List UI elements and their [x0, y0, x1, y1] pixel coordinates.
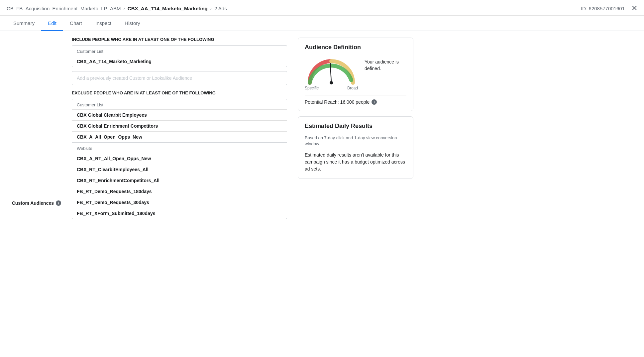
gauge-labels: Specific Broad	[305, 86, 358, 90]
field-label-text: Custom Audiences	[12, 200, 54, 206]
tab-chart[interactable]: Chart	[63, 16, 89, 31]
gauge-broad-label: Broad	[347, 86, 358, 90]
center-content: INCLUDE people who are in at least ONE o…	[66, 31, 292, 225]
gauge-svg: Specific Broad	[305, 56, 358, 90]
exclude-website-label: Website	[72, 143, 287, 153]
estimated-daily-body: Estimated daily results aren't available…	[305, 152, 406, 173]
exclude-item-0: CBX Global Clearbit Employees	[72, 109, 287, 120]
audience-definition-title: Audience Definition	[305, 44, 406, 51]
info-icon[interactable]: i	[56, 200, 61, 206]
exclude-customer-list-label: Customer List	[72, 99, 287, 109]
potential-reach-text: Potential Reach: 16,000 people	[305, 99, 370, 105]
gauge-specific-label: Specific	[305, 86, 319, 90]
exclude-item-1: CBX Global Enrichment Competitors	[72, 120, 287, 131]
label-panel: Custom Audiences i	[0, 31, 66, 225]
breadcrumb-sep-1: ›	[124, 6, 125, 11]
exclude-website-item-5: FB_RT_XForm_Submitted_180days	[72, 208, 287, 219]
breadcrumb-parent: CB_FB_Acquisition_Enrichment_Marketo_LP_…	[7, 6, 121, 11]
tab-bar: Summary Edit Chart Inspect History	[0, 16, 644, 31]
potential-reach-info-icon[interactable]: i	[372, 99, 377, 105]
add-audience-placeholder: Add a previously created Custom or Looka…	[77, 75, 192, 81]
include-customer-list-label: Customer List	[72, 46, 287, 56]
include-item-0: CBX_AA_T14_Marketo_Marketing	[72, 56, 287, 67]
tab-edit[interactable]: Edit	[41, 16, 63, 31]
audience-definition-card: Audience Definition S	[298, 38, 413, 111]
estimated-daily-card: Estimated Daily Results Based on 7-day c…	[298, 116, 413, 179]
custom-audiences-label: Custom Audiences i	[12, 38, 61, 206]
exclude-item-2: CBX_A_All_Open_Opps_New	[72, 131, 287, 142]
page-header: CB_FB_Acquisition_Enrichment_Marketo_LP_…	[0, 0, 644, 16]
breadcrumb-current: CBX_AA_T14_Marketo_Marketing	[128, 6, 208, 11]
exclude-website-section: Website CBX_A_RT_All_Open_Opps_New CBX_R…	[72, 142, 287, 219]
tab-history[interactable]: History	[118, 16, 147, 31]
svg-point-1	[330, 81, 333, 84]
exclude-website-item-3: FB_RT_Demo_Requests_180days	[72, 186, 287, 197]
close-button[interactable]: ✕	[631, 5, 637, 12]
main-layout: Custom Audiences i INCLUDE people who ar…	[0, 31, 644, 225]
estimated-daily-title: Estimated Daily Results	[305, 123, 406, 130]
tab-inspect[interactable]: Inspect	[89, 16, 118, 31]
breadcrumb-sep-2: ›	[210, 6, 212, 11]
include-audience-box: Customer List CBX_AA_T14_Marketo_Marketi…	[72, 45, 287, 67]
exclude-audience-box: Customer List CBX Global Clearbit Employ…	[72, 99, 287, 219]
exclude-website-item-1: CBX_RT_ClearbitEmployees_All	[72, 164, 287, 175]
potential-reach: Potential Reach: 16,000 people i	[305, 95, 406, 105]
breadcrumb-ads: 2 Ads	[214, 6, 227, 11]
breadcrumb: CB_FB_Acquisition_Enrichment_Marketo_LP_…	[7, 6, 227, 11]
exclude-website-item-4: FB_RT_Demo_Requests_30days	[72, 197, 287, 208]
gauge-container: Specific Broad Your audience is defined.	[305, 56, 406, 90]
estimated-daily-subtitle: Based on 7-day click and 1-day view conv…	[305, 135, 406, 147]
header-right: ID: 6208577001601 ✕	[581, 5, 637, 12]
exclude-website-item-2: CBX_RT_EnrichmentCompetitors_All	[72, 175, 287, 186]
campaign-id: ID: 6208577001601	[581, 6, 625, 11]
right-panel: Audience Definition S	[292, 31, 419, 225]
gauge-description: Your audience is defined.	[365, 56, 406, 72]
include-section-label: INCLUDE people who are in at least ONE o…	[72, 37, 287, 42]
add-audience-input[interactable]: Add a previously created Custom or Looka…	[72, 71, 287, 85]
tab-summary[interactable]: Summary	[7, 16, 41, 31]
exclude-website-item-0: CBX_A_RT_All_Open_Opps_New	[72, 153, 287, 164]
exclude-section-label: EXCLUDE people who are in at least ONE o…	[72, 90, 287, 95]
